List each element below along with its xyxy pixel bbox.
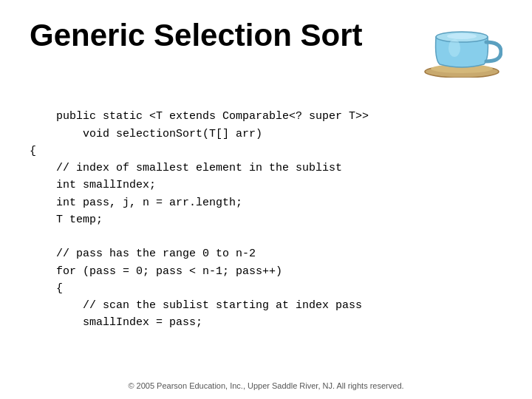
code-block: public static <T extends Comparable<? su… bbox=[30, 91, 502, 349]
svg-point-4 bbox=[447, 33, 477, 39]
code-line-9: // pass has the range 0 to n-2 bbox=[30, 248, 256, 260]
footer-text: © 2005 Pearson Education, Inc., Upper Sa… bbox=[128, 381, 403, 390]
code-line-12: // scan the sublist starting at index pa… bbox=[30, 299, 362, 312]
code-line-11: { bbox=[30, 282, 63, 295]
coffee-cup-icon bbox=[421, 11, 502, 78]
code-line-10: for (pass = 0; pass < n-1; pass++) bbox=[30, 265, 282, 278]
page-title: Generic Selection Sort bbox=[30, 15, 362, 52]
slide: Generic Selection Sort public static <T … bbox=[0, 0, 532, 399]
code-line-7: T temp; bbox=[30, 214, 103, 226]
code-line-6: int pass, j, n = arr.length; bbox=[30, 197, 242, 209]
header: Generic Selection Sort bbox=[30, 15, 502, 78]
code-line-5: int smallIndex; bbox=[30, 179, 156, 191]
svg-point-3 bbox=[449, 39, 460, 57]
code-line-13: smallIndex = pass; bbox=[30, 316, 202, 329]
code-line-2: void selectionSort(T[] arr) bbox=[30, 128, 262, 140]
footer: © 2005 Pearson Education, Inc., Upper Sa… bbox=[0, 381, 532, 390]
code-line-4: // index of smallest element in the subl… bbox=[30, 162, 342, 174]
code-line-1: public static <T extends Comparable<? su… bbox=[56, 110, 369, 123]
code-line-3: { bbox=[30, 145, 36, 157]
